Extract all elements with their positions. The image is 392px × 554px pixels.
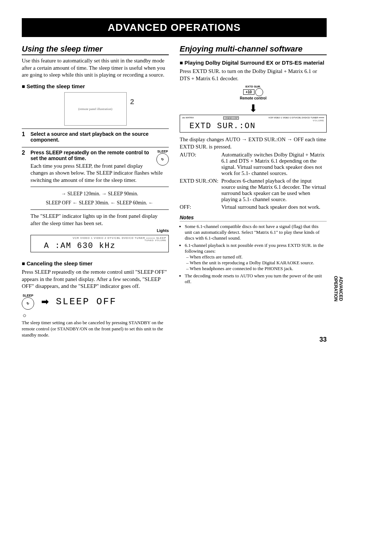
sleep-off-display: SLEEP OFF	[56, 296, 117, 307]
display-cycle-text: The display changes AUTO → EXTD SUR.:ON …	[180, 136, 327, 150]
remote-block: EXTD SUR. +10 Remote control	[180, 85, 327, 100]
cycle-line-1: → SLEEP 120min. → SLEEP 90min.	[30, 189, 169, 198]
remote-diagram: (remote panel illustration) 2	[64, 92, 127, 126]
intro-paragraph: Use this feature to automatically set th…	[22, 57, 169, 79]
lcd2-main: EXTD SUR.:ON	[182, 122, 324, 131]
step-1-text: Select a source and start playback on th…	[30, 131, 169, 143]
after-cycle-text: The "SLEEP" indicator lights up in the f…	[30, 213, 169, 227]
def-key-auto: AUTO:	[180, 152, 219, 176]
page-number: 33	[319, 336, 327, 343]
notes-list: Some 6.1-channel compatible discs do not…	[180, 224, 327, 285]
side-tab-line2: OPERATION	[333, 276, 338, 301]
subnote-1: – When effects are turned off.	[186, 254, 327, 260]
down-arrow-icon: ⬇	[180, 105, 327, 113]
mode-definitions: AUTO: Automatically switches Dolby Digit…	[180, 152, 327, 210]
side-tab-line1: ADVANCED	[338, 277, 343, 301]
step-2: 2 SLEEP ↻ Press SLEEP repeatedly on the …	[22, 147, 169, 256]
sleep-button-icon: SLEEP ↻	[156, 150, 169, 166]
remote-control-label: Remote control	[180, 96, 327, 100]
sleep-icon-label: SLEEP	[157, 150, 168, 153]
cancel-body: Press SLEEP repeatedly on the remote con…	[22, 269, 169, 290]
front-panel-display-2: dts MATRIX CINEMA DSP VCR VIDEO 1 VIDEO …	[180, 115, 327, 133]
diagram-callout-2: 2	[130, 98, 134, 106]
playing-body: Press EXTD SUR. to turn on the Dolby Dig…	[180, 68, 327, 82]
def-key-extd: EXTD SUR.:ON:	[180, 178, 219, 203]
lcd2-left: dts MATRIX	[182, 117, 194, 119]
def-key-off: OFF:	[180, 204, 219, 210]
note-3: The decoding mode resets to AUTO when yo…	[185, 273, 327, 285]
lcd1-indicators: VCR VIDEO 1 VIDEO 2 DTV/CBL DVD/CD TUNER…	[33, 237, 166, 239]
lcd2-cinema: CINEMA DSP	[223, 117, 239, 119]
playing-head: Playing Dolby Digital Surround EX or DTS…	[180, 60, 327, 66]
step-1: 1 Select a source and start playback on …	[22, 129, 169, 144]
lights-label: Lights	[30, 228, 169, 233]
remote-plus10-button: +10	[243, 89, 254, 95]
sleep-off-row: SLEEP ↻ ➡ SLEEP OFF	[22, 294, 169, 310]
arrow-icon: ➡	[41, 297, 49, 307]
note-2-text: 6.1-channel playback is not possible eve…	[185, 243, 324, 254]
notes-head: Notes	[180, 215, 327, 221]
remote-top-label: EXTD SUR.	[180, 85, 327, 88]
right-column: Enjoying multi-channel software Playing …	[180, 44, 327, 340]
lcd1-main: A :AM 630 kHz	[33, 241, 166, 250]
cancel-sleep-head: Canceling the sleep timer	[22, 260, 169, 266]
tip-icon: ☼	[22, 312, 169, 318]
page-banner: ADVANCED OPERATIONS	[22, 18, 327, 37]
step-2-body: Each time you press SLEEP, the front pan…	[30, 163, 169, 184]
tip-text: The sleep timer setting can also be canc…	[22, 320, 169, 338]
setting-sleep-head: Setting the sleep timer	[22, 83, 169, 89]
def-val-off: Virtual surround back speaker does not w…	[221, 204, 327, 210]
step-2-bold: Press SLEEP repeatedly on the remote con…	[30, 150, 169, 161]
def-val-auto: Automatically switches Dolby Digital + M…	[221, 152, 327, 176]
cycle-line-2: SLEEP OFF ← SLEEP 30min. ← SLEEP 60min. …	[30, 198, 169, 207]
step-1-number: 1	[22, 131, 27, 144]
note-1: Some 6.1-channel compatible discs do not…	[185, 224, 327, 241]
side-tab-advanced: ADVANCED OPERATION	[333, 276, 343, 301]
front-panel-display-1: VCR VIDEO 1 VIDEO 2 DTV/CBL DVD/CD TUNER…	[30, 235, 169, 252]
subnote-3: – When headphones are connected to the P…	[186, 266, 327, 272]
left-column: Using the sleep timer Use this feature t…	[22, 44, 169, 340]
section-title-multichannel: Enjoying multi-channel software	[180, 44, 327, 55]
def-val-extd: Produces 6-channel playback of the input…	[221, 178, 327, 203]
subnote-2: – When the unit is reproducing a Dolby D…	[186, 260, 327, 266]
sleep-btn-label-2: SLEEP	[23, 294, 33, 297]
lcd2-indicators: VCR VIDEO 1 VIDEO 2 DTV/CBL DVD/CD TUNER…	[268, 117, 324, 119]
sleep-cycle-diagram: → SLEEP 120min. → SLEEP 90min. SLEEP OFF…	[30, 187, 169, 210]
note-2: 6.1-channel playback is not possible eve…	[185, 243, 327, 272]
section-title-sleep: Using the sleep timer	[22, 44, 169, 55]
step-2-number: 2	[22, 150, 27, 256]
sleep-button-icon-2: SLEEP ↻	[22, 294, 34, 310]
